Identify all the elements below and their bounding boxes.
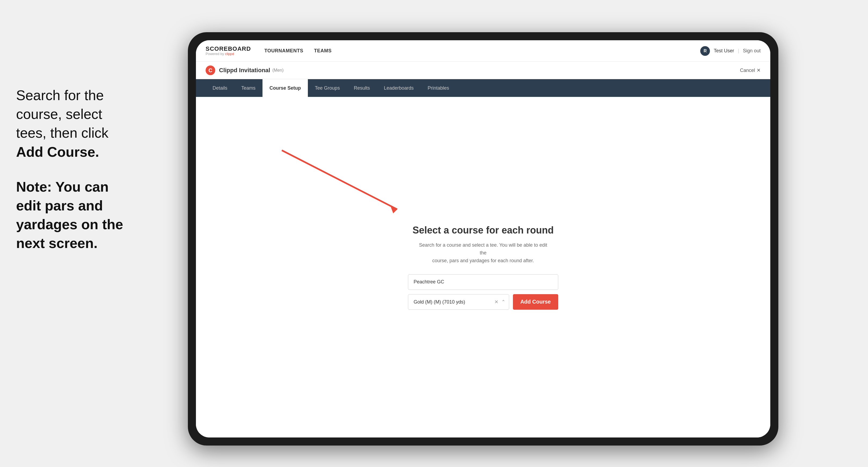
brand-title: SCOREBOARD <box>206 46 251 52</box>
instruction-panel: Search for the course, select tees, then… <box>16 86 150 253</box>
avatar: R <box>700 46 710 56</box>
tournament-header: C Clippd Invitational (Men) Cancel ✕ <box>196 62 770 79</box>
user-area: R Test User | Sign out <box>700 46 761 56</box>
navbar: SCOREBOARD Powered by clippd TOURNAMENTS… <box>196 40 770 62</box>
tab-details[interactable]: Details <box>206 79 234 97</box>
add-course-button[interactable]: Add Course <box>513 294 558 310</box>
tabs-bar: Details Teams Course Setup Tee Groups Re… <box>196 79 770 97</box>
brand-subtitle: Powered by clippd <box>206 52 251 56</box>
tablet-screen: SCOREBOARD Powered by clippd TOURNAMENTS… <box>196 40 770 437</box>
signout-link[interactable]: Sign out <box>743 48 761 54</box>
divider: | <box>738 48 739 54</box>
tournament-name: Clippd Invitational <box>219 67 270 74</box>
note-text: Note: You can edit pars and yardages on … <box>16 178 150 253</box>
tab-results[interactable]: Results <box>347 79 377 97</box>
nav-teams[interactable]: TEAMS <box>314 48 332 54</box>
course-search-input[interactable] <box>408 274 558 290</box>
cancel-icon: ✕ <box>756 67 761 73</box>
tournament-icon: C <box>206 65 215 75</box>
tablet-frame: SCOREBOARD Powered by clippd TOURNAMENTS… <box>188 32 778 445</box>
instruction-text: Search for the course, select tees, then… <box>16 86 150 161</box>
tab-printables[interactable]: Printables <box>421 79 456 97</box>
main-content: Select a course for each round Search fo… <box>196 97 770 437</box>
section-title: Select a course for each round <box>412 225 554 236</box>
tab-leaderboards[interactable]: Leaderboards <box>377 79 421 97</box>
tee-select[interactable]: Gold (M) (M) (7010 yds) <box>408 294 509 310</box>
brand: SCOREBOARD Powered by clippd <box>206 46 251 56</box>
tee-select-row: Gold (M) (M) (7010 yds) ✕ ⌃ Add Course <box>408 294 558 310</box>
section-description: Search for a course and select a tee. Yo… <box>416 241 550 264</box>
tee-select-container: Gold (M) (M) (7010 yds) ✕ ⌃ <box>408 294 509 310</box>
user-name: Test User <box>714 48 734 54</box>
cancel-button[interactable]: Cancel ✕ <box>740 67 761 73</box>
tab-teams[interactable]: Teams <box>234 79 262 97</box>
nav-tournaments[interactable]: TOURNAMENTS <box>265 48 303 54</box>
tournament-sub: (Men) <box>272 68 284 73</box>
nav-links: TOURNAMENTS TEAMS <box>265 48 700 54</box>
tab-course-setup[interactable]: Course Setup <box>262 79 308 97</box>
tab-tee-groups[interactable]: Tee Groups <box>308 79 347 97</box>
